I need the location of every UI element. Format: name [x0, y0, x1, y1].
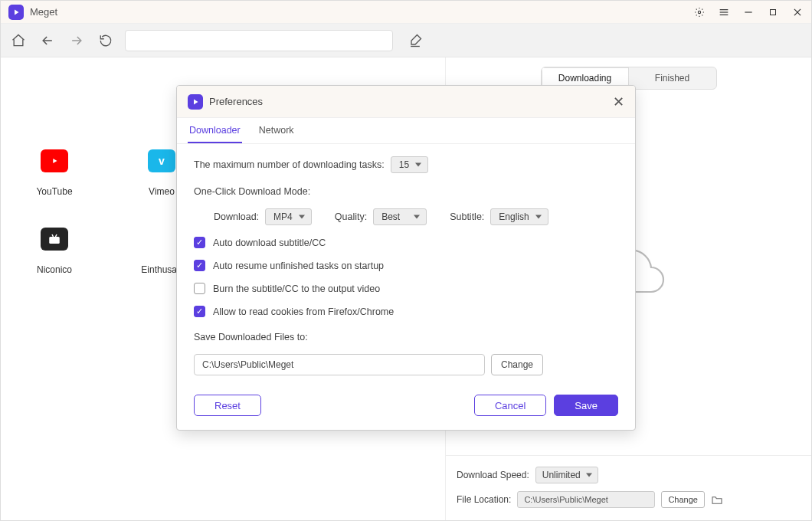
max-tasks-label: The maximum number of downloading tasks: — [194, 159, 385, 170]
tab-downloader[interactable]: Downloader — [188, 118, 242, 143]
tab-network[interactable]: Network — [257, 118, 296, 143]
max-tasks-select[interactable]: 15 — [391, 156, 428, 173]
reset-button[interactable]: Reset — [194, 395, 261, 416]
checkbox-burn-subtitle-label: Burn the subtitle/CC to the output video — [213, 283, 380, 294]
oneclick-label: One-Click Download Mode: — [194, 186, 618, 197]
download-format-label: Download: — [214, 211, 259, 222]
dialog-tabs: Downloader Network — [177, 118, 635, 144]
checkbox-auto-resume-label: Auto resume unfinished tasks on startup — [213, 260, 384, 271]
download-format-select[interactable]: MP4 — [265, 208, 312, 225]
dialog-body: The maximum number of downloading tasks:… — [177, 144, 635, 430]
change-path-button[interactable]: Change — [491, 354, 543, 375]
checkbox-read-cookies-label: Allow to read cookies from Firefox/Chrom… — [213, 306, 394, 317]
checkbox-auto-subtitle-label: Auto download subtitle/CC — [213, 238, 326, 248]
dialog-app-icon — [188, 94, 203, 110]
quality-label: Quality: — [335, 211, 367, 222]
quality-select[interactable]: Best — [373, 208, 427, 225]
dialog-close-icon[interactable]: ✕ — [613, 93, 624, 110]
checkbox-read-cookies[interactable] — [194, 306, 205, 317]
checkbox-burn-subtitle[interactable] — [194, 283, 205, 294]
dialog-title: Preferences — [209, 96, 263, 107]
subtitle-lang-label: Subtitle: — [450, 211, 484, 222]
svg-marker-21 — [194, 99, 198, 104]
cancel-button[interactable]: Cancel — [474, 395, 546, 416]
dialog-head: Preferences ✕ — [177, 86, 635, 118]
preferences-dialog: Preferences ✕ Downloader Network The max… — [176, 85, 636, 431]
dialog-backdrop: Preferences ✕ Downloader Network The max… — [1, 1, 811, 520]
save-button[interactable]: Save — [554, 395, 618, 416]
checkbox-auto-resume[interactable] — [194, 260, 205, 271]
save-path-input[interactable]: C:\Users\Public\Meget — [194, 354, 485, 375]
subtitle-lang-select[interactable]: English — [490, 208, 548, 225]
save-to-label: Save Downloaded Files to: — [194, 332, 308, 342]
checkbox-auto-subtitle[interactable] — [194, 237, 205, 248]
